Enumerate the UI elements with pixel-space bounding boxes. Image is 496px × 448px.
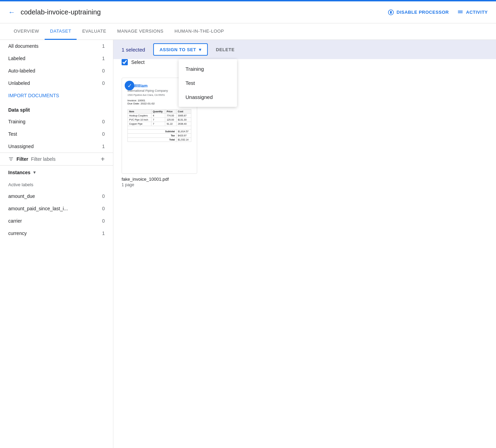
document-check: ✓ xyxy=(125,81,134,90)
sidebar-item-label: currency xyxy=(8,231,27,236)
subtotal-value: $1,814.57 xyxy=(176,130,191,134)
sidebar-item-label: amount_due xyxy=(8,193,35,199)
select-all-label: Select xyxy=(131,59,145,65)
page-title: codelab-invoice-uptraining xyxy=(21,8,388,16)
sidebar-item-label: Unassigned xyxy=(8,144,34,149)
sidebar-item-count: 0 xyxy=(102,131,105,137)
sidebar-item-unlabeled[interactable]: Unlabeled 0 xyxy=(0,77,113,89)
sidebar-item-label: Labeled xyxy=(8,56,25,61)
table-cell-item: Hookup Couplers xyxy=(128,114,151,118)
dropdown-item-test[interactable]: Test xyxy=(179,76,237,90)
filter-icon xyxy=(8,156,14,162)
sidebar-item-amount-due[interactable]: amount_due 0 xyxy=(0,190,113,202)
selected-count: 1 selected xyxy=(122,47,145,53)
tax-value: $423.97 xyxy=(176,134,191,138)
assign-to-set-button[interactable]: ASSIGN TO SET ▾ xyxy=(153,43,207,56)
tab-dataset[interactable]: DATASET xyxy=(45,23,77,40)
instances-chevron-icon: ▼ xyxy=(33,170,37,175)
add-filter-button[interactable]: + xyxy=(101,156,105,163)
sidebar-item-amount-paid[interactable]: amount_paid_since_last_i... 0 xyxy=(0,202,113,215)
activity-icon xyxy=(457,9,463,15)
sidebar-item-labeled[interactable]: Labeled 1 xyxy=(0,52,113,65)
sidebar-item-label: Unlabeled xyxy=(8,80,30,86)
sidebar-item-count: 1 xyxy=(102,144,105,149)
table-row: PVC Pipe 10 Inch 7 125.00 $131.30 xyxy=(128,118,191,122)
delete-button[interactable]: DELETE xyxy=(216,47,235,52)
table-cell-cost: $131.30 xyxy=(176,118,191,122)
sidebar-item-count: 1 xyxy=(102,56,105,61)
filter-placeholder: Filter labels xyxy=(31,156,98,162)
document-name: fake_invoice_10001.pdf xyxy=(122,177,169,182)
sidebar-item-carrier[interactable]: carrier 0 xyxy=(0,215,113,227)
select-all-checkbox[interactable] xyxy=(122,59,128,65)
table-cell-qty: 7 xyxy=(151,122,165,126)
main-content: All documents 1 Labeled 1 Auto-labeled 0… xyxy=(0,40,496,448)
dropdown-arrow-icon: ▾ xyxy=(199,47,202,52)
table-row: Copper Pipe 7 91.22 2636.40 xyxy=(128,122,191,126)
import-documents-link[interactable]: IMPORT DOCUMENTS xyxy=(0,89,113,102)
selection-bar: 1 selected ASSIGN TO SET ▾ DELETE Traini… xyxy=(113,40,496,59)
header-actions: DISABLE PROCESSOR ACTIVITY xyxy=(388,9,488,15)
sidebar-item-count: 0 xyxy=(102,119,105,124)
table-cell-price: 91.22 xyxy=(165,122,177,126)
assign-dropdown-menu: Training Test Unassigned xyxy=(179,59,237,107)
table-cell-cost: 2636.40 xyxy=(176,122,191,126)
sidebar-item-auto-labeled[interactable]: Auto-labeled 0 xyxy=(0,65,113,77)
table-row: Hookup Couplers 4 774.00 3065.87 xyxy=(128,114,191,118)
sidebar-item-label: All documents xyxy=(8,43,38,49)
sidebar-item-count: 0 xyxy=(102,193,105,199)
document-pages: 1 page xyxy=(122,182,134,187)
table-cell-item: PVC Pipe 10 Inch xyxy=(128,118,151,122)
data-split-header: Data split xyxy=(0,102,113,115)
sidebar-item-label: Auto-labeled xyxy=(8,68,35,74)
sidebar-item-all-documents[interactable]: All documents 1 xyxy=(0,40,113,52)
table-header-qty: Quantity xyxy=(151,110,165,114)
sidebar-item-count: 1 xyxy=(102,231,105,236)
table-cell-cost: 3065.87 xyxy=(176,114,191,118)
tab-evaluate[interactable]: EVALUATE xyxy=(77,23,112,40)
sidebar-item-count: 0 xyxy=(102,206,105,211)
sidebar-item-count: 0 xyxy=(102,80,105,86)
sidebar-item-training[interactable]: Training 0 xyxy=(0,115,113,128)
table-header-item: Item xyxy=(128,110,151,114)
disable-processor-button[interactable]: DISABLE PROCESSOR xyxy=(388,9,449,15)
svg-rect-1 xyxy=(390,11,392,14)
table-row-total: Total $1,532.14 xyxy=(128,138,191,142)
labels-section: amount_due 0 amount_paid_since_last_i...… xyxy=(0,190,113,239)
back-icon: ← xyxy=(8,8,15,16)
table-cell-price: 125.00 xyxy=(165,118,177,122)
sidebar-item-label: amount_paid_since_last_i... xyxy=(8,206,68,211)
total-value: $1,532.14 xyxy=(176,138,191,142)
filter-label: Filter xyxy=(16,156,28,162)
sidebar: All documents 1 Labeled 1 Auto-labeled 0… xyxy=(0,40,113,448)
document-filter-section: All documents 1 Labeled 1 Auto-labeled 0… xyxy=(0,40,113,102)
activity-button[interactable]: ACTIVITY xyxy=(457,9,488,15)
sidebar-item-count: 0 xyxy=(102,68,105,74)
dropdown-item-unassigned[interactable]: Unassigned xyxy=(179,90,237,104)
dropdown-item-training[interactable]: Training xyxy=(179,62,237,76)
top-header: ← codelab-invoice-uptraining DISABLE PRO… xyxy=(0,1,496,23)
table-row-empty xyxy=(128,126,191,130)
tax-label: Tax xyxy=(128,134,177,138)
subtotal-label: Subtotal xyxy=(128,130,177,134)
active-labels-header: Active labels xyxy=(0,179,113,190)
sidebar-item-test[interactable]: Test 0 xyxy=(0,128,113,140)
table-row-subtotal: Subtotal $1,814.57 xyxy=(128,130,191,134)
sidebar-item-unassigned[interactable]: Unassigned 1 xyxy=(0,140,113,153)
disable-processor-icon xyxy=(388,9,394,15)
filter-row: Filter Filter labels + xyxy=(0,153,113,166)
total-label: Total xyxy=(128,138,177,142)
instances-title: Instances xyxy=(8,170,31,175)
tab-human-in-the-loop[interactable]: HUMAN-IN-THE-LOOP xyxy=(169,23,229,40)
table-cell-price: 774.00 xyxy=(165,114,177,118)
assign-to-set-label: ASSIGN TO SET xyxy=(159,47,196,52)
data-split-section: Training 0 Test 0 Unassigned 1 xyxy=(0,115,113,153)
back-button[interactable]: ← xyxy=(8,8,15,16)
tab-overview[interactable]: OVERVIEW xyxy=(8,23,45,40)
table-cell-item: Copper Pipe xyxy=(128,122,151,126)
instances-header[interactable]: Instances ▼ xyxy=(0,166,113,179)
tab-manage-versions[interactable]: MANAGE VERSIONS xyxy=(112,23,169,40)
sidebar-item-currency[interactable]: currency 1 xyxy=(0,227,113,239)
document-check-icon: ✓ xyxy=(125,81,134,90)
doc-table: Item Quantity Price Cost Hookup Couplers… xyxy=(127,109,191,142)
